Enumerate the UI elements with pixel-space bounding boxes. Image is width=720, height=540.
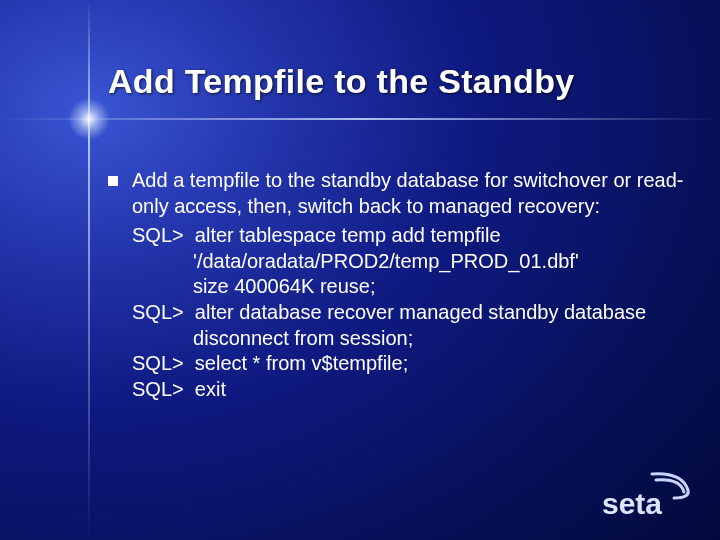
- bullet-text: Add a tempfile to the standby database f…: [132, 168, 684, 219]
- seta-logo-icon: seta: [600, 468, 696, 522]
- decorative-line-horizontal: [0, 118, 720, 120]
- sql-code-block: SQL> alter tablespace temp add tempfile …: [132, 223, 684, 402]
- slide: Add Tempfile to the Standby Add a tempfi…: [0, 0, 720, 540]
- logo-text: seta: [602, 487, 662, 520]
- seta-logo: seta: [600, 468, 696, 522]
- slide-title: Add Tempfile to the Standby: [108, 62, 690, 101]
- lens-flare-icon: [68, 98, 110, 140]
- bullet-square-icon: [108, 176, 118, 186]
- slide-body: Add a tempfile to the standby database f…: [108, 168, 684, 402]
- bullet-item: Add a tempfile to the standby database f…: [108, 168, 684, 219]
- decorative-line-vertical: [88, 0, 90, 540]
